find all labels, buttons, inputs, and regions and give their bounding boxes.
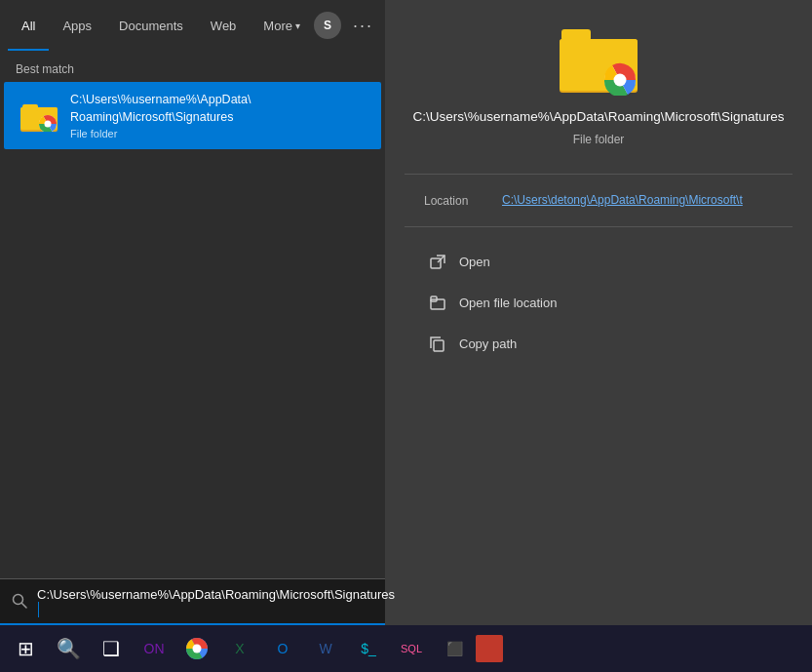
tab-more-label: More xyxy=(263,19,292,33)
taskbar-excel[interactable]: X xyxy=(218,625,261,672)
open-file-location-icon xyxy=(428,294,447,313)
result-subtitle: File folder xyxy=(70,128,251,139)
tab-web[interactable]: Web xyxy=(197,0,251,51)
tab-documents[interactable]: Documents xyxy=(105,0,197,51)
more-arrow-icon: ▾ xyxy=(295,20,300,31)
taskbar-sql[interactable]: SQL xyxy=(390,625,433,672)
tab-all[interactable]: All xyxy=(8,0,49,51)
search-input-value: C:\Users\%username%\AppData\Roaming\Micr… xyxy=(37,587,395,618)
start-menu: All Apps Documents Web More ▾ S ··· ✕ xyxy=(0,0,812,625)
item-type: File folder xyxy=(573,133,625,146)
open-button[interactable]: Open xyxy=(424,245,773,280)
taskbar-terminal[interactable]: $_ xyxy=(347,625,390,672)
taskbar-outlook[interactable]: O xyxy=(261,625,304,672)
right-panel: C:\Users\%username%\AppData\Roaming\Micr… xyxy=(385,0,812,625)
location-label: Location xyxy=(424,192,483,209)
open-icon xyxy=(428,253,447,272)
svg-rect-14 xyxy=(431,296,437,301)
tab-all-label: All xyxy=(21,19,35,33)
result-item[interactable]: C:\Users\%username%\AppData\ Roaming\Mic… xyxy=(4,82,381,149)
location-link[interactable]: C:\Users\detong\AppData\Roaming\Microsof… xyxy=(502,192,743,209)
search-value-text: C:\Users\%username%\AppData\Roaming\Micr… xyxy=(37,587,395,602)
open-file-location-button[interactable]: Open file location xyxy=(424,286,773,321)
user-avatar[interactable]: S xyxy=(314,12,341,39)
result-title: C:\Users\%username%\AppData\ Roaming\Mic… xyxy=(70,92,251,126)
copy-path-icon xyxy=(428,335,447,354)
user-initial: S xyxy=(324,19,331,32)
tab-apps-label: Apps xyxy=(62,19,92,33)
search-bar[interactable]: C:\Users\%username%\AppData\Roaming\Micr… xyxy=(0,578,385,625)
open-file-location-label: Open file location xyxy=(459,296,557,310)
taskbar-inner: ⊞ 🔍 ❑ ON X O W $_ SQL ⬛ xyxy=(0,625,812,672)
right-panel-content: C:\Users\%username%\AppData\Roaming\Micr… xyxy=(385,0,812,391)
svg-point-6 xyxy=(45,120,52,127)
taskbar-onenote[interactable]: ON xyxy=(133,625,175,672)
taskbar-red[interactable] xyxy=(476,635,503,662)
svg-point-11 xyxy=(614,74,627,87)
copy-path-label: Copy path xyxy=(459,336,517,351)
result-text: C:\Users\%username%\AppData\ Roaming\Mic… xyxy=(70,92,251,139)
taskbar-chrome[interactable] xyxy=(175,625,218,672)
search-bar-active-border xyxy=(0,623,385,625)
tab-web-label: Web xyxy=(211,19,237,33)
taskbar-start[interactable]: ⊞ xyxy=(4,625,47,672)
left-panel: All Apps Documents Web More ▾ S ··· ✕ xyxy=(0,0,385,625)
copy-path-button[interactable]: Copy path xyxy=(424,327,773,362)
divider-bottom xyxy=(405,226,793,227)
left-empty-space xyxy=(0,149,385,625)
best-match-label: Best match xyxy=(0,51,385,82)
divider-top xyxy=(405,174,793,175)
svg-point-1 xyxy=(193,645,202,653)
search-icon xyxy=(12,593,27,613)
item-name: C:\Users\%username%\AppData\Roaming\Micr… xyxy=(412,108,784,127)
svg-rect-4 xyxy=(22,104,38,111)
tab-more[interactable]: More ▾ xyxy=(250,0,314,51)
taskbar-task-view[interactable]: ❑ xyxy=(90,625,133,672)
taskbar-word[interactable]: W xyxy=(304,625,347,672)
taskbar-cmd[interactable]: ⬛ xyxy=(433,625,476,672)
open-label: Open xyxy=(459,255,490,269)
tabs-row: All Apps Documents Web More ▾ S ··· ✕ xyxy=(0,0,385,51)
menu-dots-button[interactable]: ··· xyxy=(353,16,373,36)
search-cursor xyxy=(38,602,39,617)
result-title-line1: C:\Users\%username%\AppData\ xyxy=(70,93,251,106)
taskbar: ⊞ 🔍 ❑ ON X O W $_ SQL ⬛ xyxy=(0,625,812,672)
result-folder-icon xyxy=(19,97,58,136)
large-folder-icon xyxy=(560,29,638,93)
result-title-line2: Roaming\Microsoft\Signatures xyxy=(70,110,233,124)
tab-documents-label: Documents xyxy=(119,19,183,33)
tab-apps[interactable]: Apps xyxy=(49,0,105,51)
taskbar-search[interactable]: 🔍 xyxy=(47,625,90,672)
action-buttons: Open Open file location xyxy=(405,235,793,372)
location-row: Location C:\Users\detong\AppData\Roaming… xyxy=(405,182,793,218)
